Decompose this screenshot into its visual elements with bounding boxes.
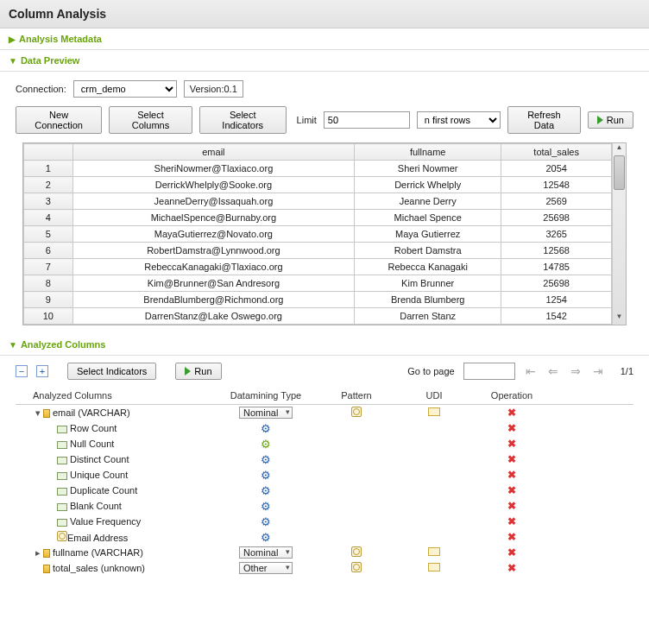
- datamining-type-select[interactable]: Nominal: [239, 407, 293, 419]
- select-indicators-button[interactable]: Select Indicators: [199, 106, 287, 134]
- indicator-row[interactable]: Blank Count⚙✖: [16, 498, 633, 514]
- col-pattern-header: Pattern: [318, 390, 395, 401]
- indicator-row[interactable]: Value Frequency⚙✖: [16, 514, 633, 529]
- column-icon: [43, 565, 50, 573]
- delete-icon[interactable]: ✖: [507, 562, 516, 574]
- column-icon: [43, 549, 50, 558]
- expand-toggle[interactable]: ▾: [33, 407, 43, 419]
- analyzed-column-row[interactable]: ▸fullname (VARCHAR)Nominal✖: [16, 545, 633, 560]
- indicator-row[interactable]: Duplicate Count⚙✖: [16, 483, 633, 498]
- delete-icon[interactable]: ✖: [507, 484, 516, 496]
- indicator-row[interactable]: Distinct Count⚙✖: [16, 451, 633, 467]
- delete-icon[interactable]: ✖: [507, 469, 516, 481]
- scroll-up-icon[interactable]: ▲: [613, 143, 626, 155]
- connection-select[interactable]: crm_demo: [73, 80, 177, 98]
- indicator-row[interactable]: Row Count⚙✖: [16, 420, 633, 436]
- preview-col-header[interactable]: [24, 144, 73, 161]
- first-page-icon[interactable]: ⇤: [524, 364, 538, 378]
- vertical-scrollbar[interactable]: ▲ ▼: [612, 143, 626, 325]
- cell: 12548: [501, 177, 612, 193]
- table-row[interactable]: 8Kim@Brunner@San AndresorgKim Brunner256…: [24, 275, 612, 292]
- udi-icon[interactable]: [428, 547, 440, 556]
- indicator-row[interactable]: Email Address⚙✖: [16, 529, 633, 545]
- scrollbar-thumb[interactable]: [614, 155, 625, 190]
- last-page-icon[interactable]: ⇥: [591, 364, 605, 378]
- delete-icon[interactable]: ✖: [507, 422, 516, 434]
- section-metadata-label: Analysis Metadata: [19, 34, 102, 44]
- section-preview-label: Data Preview: [21, 55, 79, 66]
- select-columns-button[interactable]: Select Columns: [109, 106, 192, 134]
- expand-toggle[interactable]: [33, 563, 43, 573]
- delete-icon[interactable]: ✖: [507, 515, 516, 527]
- section-analyzed-header[interactable]: ▼ Analyzed Columns: [0, 334, 649, 356]
- cell: Kim@Brunner@San Andresorg: [72, 275, 354, 292]
- chevron-down-icon: ▼: [9, 56, 17, 66]
- gear-icon[interactable]: ⚙: [261, 484, 271, 497]
- gear-icon[interactable]: ⚙: [261, 469, 271, 482]
- next-page-icon[interactable]: ⇒: [569, 364, 583, 378]
- analyzed-column-row[interactable]: total_sales (unknown)Other✖: [16, 560, 633, 576]
- table-row[interactable]: 5MayaGutierrez@Novato.orgMaya Gutierrez3…: [24, 226, 612, 243]
- expand-all-button[interactable]: +: [36, 365, 48, 377]
- new-connection-button[interactable]: New Connection: [16, 106, 102, 134]
- run-button-top[interactable]: Run: [588, 111, 633, 129]
- cell: RobertDamstra@Lynnwood.org: [72, 243, 354, 259]
- run-button-bottom[interactable]: Run: [175, 363, 221, 380]
- table-row[interactable]: 3JeanneDerry@Issaquah.orgJeanne Derry256…: [24, 193, 612, 210]
- preview-col-header[interactable]: fullname: [355, 144, 501, 161]
- expand-toggle[interactable]: ▸: [33, 547, 43, 559]
- gear-icon[interactable]: ⚙: [261, 531, 271, 544]
- pattern-icon[interactable]: [351, 546, 362, 557]
- preview-col-header[interactable]: email: [72, 144, 354, 161]
- delete-icon[interactable]: ✖: [507, 531, 516, 543]
- col-udi-header: UDI: [395, 390, 473, 401]
- preview-table: emailfullnametotal_sales1SheriNowmer@Tla…: [23, 143, 612, 325]
- preview-col-header[interactable]: total_sales: [501, 144, 612, 161]
- cell: 2: [24, 177, 73, 193]
- goto-page-input[interactable]: [463, 363, 515, 380]
- cell: 3265: [501, 226, 612, 243]
- datamining-type-select[interactable]: Nominal: [239, 546, 293, 559]
- indicator-icon: [57, 531, 67, 541]
- table-row[interactable]: 7RebeccaKanagaki@Tlaxiaco.orgRebecca Kan…: [24, 259, 612, 275]
- analyzed-column-row[interactable]: ▾email (VARCHAR)Nominal✖: [16, 405, 633, 420]
- udi-icon[interactable]: [428, 563, 440, 571]
- limit-mode-select[interactable]: n first rows: [417, 111, 501, 129]
- tree-header: Analyzed Columns Datamining Type Pattern…: [16, 387, 633, 405]
- collapse-all-button[interactable]: −: [16, 365, 28, 377]
- limit-input[interactable]: [324, 111, 410, 129]
- delete-icon[interactable]: ✖: [507, 546, 516, 559]
- section-metadata-header[interactable]: ▶ Analysis Metadata: [0, 28, 649, 50]
- gear-icon[interactable]: ⚙: [261, 438, 271, 451]
- table-row[interactable]: 6RobertDamstra@Lynnwood.orgRobert Damstr…: [24, 243, 612, 259]
- gear-icon[interactable]: ⚙: [261, 422, 271, 435]
- indicator-icon: [57, 472, 67, 480]
- delete-icon[interactable]: ✖: [507, 407, 516, 419]
- section-preview-header[interactable]: ▼ Data Preview: [0, 50, 649, 72]
- delete-icon[interactable]: ✖: [507, 453, 516, 465]
- indicator-row[interactable]: Unique Count⚙✖: [16, 467, 633, 483]
- delete-icon[interactable]: ✖: [507, 500, 516, 512]
- cell: DarrenStanz@Lake Oswego.org: [72, 308, 354, 325]
- prev-page-icon[interactable]: ⇐: [546, 364, 560, 378]
- table-row[interactable]: 2DerrickWhelply@Sooke.orgDerrick Whelply…: [24, 177, 612, 193]
- table-row[interactable]: 1SheriNowmer@Tlaxiaco.orgSheri Nowmer205…: [24, 161, 612, 177]
- gear-icon[interactable]: ⚙: [261, 515, 271, 528]
- refresh-data-button[interactable]: Refresh Data: [507, 106, 581, 134]
- gear-icon[interactable]: ⚙: [261, 500, 271, 513]
- pattern-icon[interactable]: [351, 407, 362, 417]
- table-row[interactable]: 4MichaelSpence@Burnaby.orgMichael Spence…: [24, 210, 612, 226]
- cell: 6: [24, 243, 73, 259]
- table-row[interactable]: 9BrendaBlumberg@Richmond.orgBrenda Blumb…: [24, 292, 612, 308]
- select-indicators-button-2[interactable]: Select Indicators: [67, 363, 156, 380]
- indicator-row[interactable]: Null Count⚙✖: [16, 436, 633, 451]
- table-row[interactable]: 10DarrenStanz@Lake Oswego.orgDarren Stan…: [24, 308, 612, 325]
- datamining-type-select[interactable]: Other: [239, 562, 293, 574]
- udi-icon[interactable]: [428, 407, 440, 416]
- delete-icon[interactable]: ✖: [507, 438, 516, 450]
- limit-label: Limit: [297, 115, 317, 125]
- pattern-icon[interactable]: [351, 562, 362, 572]
- indicator-name: Email Address: [67, 533, 128, 543]
- gear-icon[interactable]: ⚙: [261, 453, 271, 466]
- scroll-down-icon[interactable]: ▼: [613, 313, 626, 325]
